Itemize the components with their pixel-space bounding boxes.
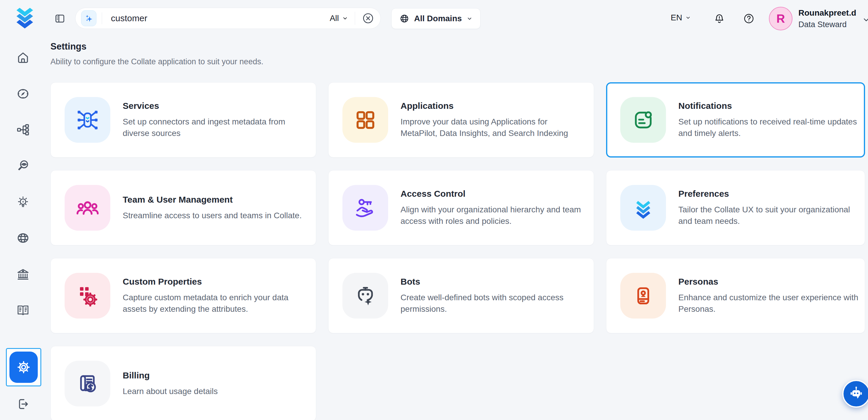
card-title: Bots bbox=[401, 277, 588, 287]
card-notifications[interactable]: Notifications Set up notifications to re… bbox=[606, 82, 865, 157]
card-access-control[interactable]: Access Control Align with your organizat… bbox=[328, 170, 594, 245]
domains-dropdown[interactable]: All Domains bbox=[392, 8, 480, 29]
card-applications[interactable]: Applications Improve your data using App… bbox=[328, 82, 594, 157]
sidebar-item-lineage[interactable] bbox=[16, 123, 30, 137]
close-circle-icon bbox=[362, 12, 374, 24]
chevron-down-icon bbox=[685, 15, 691, 21]
card-title: Preferences bbox=[678, 189, 860, 199]
sidebar-item-observability[interactable] bbox=[16, 159, 30, 173]
sidebar-item-explore[interactable] bbox=[16, 87, 30, 101]
sidebar-item-glossary[interactable] bbox=[16, 303, 30, 318]
globe-icon bbox=[16, 231, 30, 245]
card-description: Set up notifications to received real-ti… bbox=[678, 116, 860, 139]
card-title: Services bbox=[123, 101, 311, 111]
grid-gear-icon bbox=[65, 273, 110, 319]
language-selector[interactable]: EN bbox=[671, 13, 691, 22]
search-input[interactable] bbox=[102, 13, 330, 23]
lightbulb-icon bbox=[16, 195, 30, 209]
globe-icon bbox=[399, 13, 409, 24]
ai-sparkle-icon[interactable] bbox=[81, 10, 96, 26]
sidebar-item-settings[interactable] bbox=[6, 348, 41, 386]
search-clear-button[interactable] bbox=[362, 12, 374, 24]
id-card-icon bbox=[620, 273, 666, 319]
user-avatar[interactable]: R bbox=[769, 7, 793, 30]
user-menu[interactable]: Rounakpreet.d Data Steward bbox=[798, 7, 856, 30]
left-sidebar bbox=[0, 0, 46, 420]
bell-icon bbox=[714, 13, 725, 24]
language-label: EN bbox=[671, 13, 682, 22]
card-custom-properties[interactable]: Custom Properties Capture custom metadat… bbox=[51, 258, 316, 333]
sidebar-item-logout[interactable] bbox=[16, 397, 30, 411]
card-title: Applications bbox=[401, 101, 588, 111]
user-role: Data Steward bbox=[798, 19, 856, 30]
card-title: Custom Properties bbox=[123, 277, 311, 287]
sidebar-toggle-button[interactable] bbox=[54, 13, 65, 24]
settings-page: Settings Ability to configure the Collat… bbox=[51, 41, 866, 420]
card-description: Create well-defined bots with scoped acc… bbox=[401, 292, 586, 315]
home-icon bbox=[16, 51, 30, 65]
chevron-down-icon bbox=[342, 15, 348, 22]
card-personas[interactable]: Personas Enhance and customize the user … bbox=[606, 258, 865, 333]
card-description: Align with your organizational hierarchy… bbox=[401, 204, 586, 227]
card-title: Access Control bbox=[401, 189, 588, 199]
card-description: Streamline access to users and teams in … bbox=[123, 210, 309, 221]
question-circle-icon bbox=[743, 13, 754, 24]
notifications-icon bbox=[620, 97, 666, 143]
chatbot-button[interactable] bbox=[842, 380, 868, 408]
applications-icon bbox=[342, 97, 388, 143]
card-team-user-management[interactable]: Team & User Management Streamline access… bbox=[51, 170, 316, 245]
card-services[interactable]: Services Set up connectors and ingest me… bbox=[51, 82, 316, 157]
help-button[interactable] bbox=[743, 13, 754, 24]
gear-icon bbox=[15, 359, 32, 376]
global-search-bar[interactable]: All bbox=[75, 8, 381, 29]
chevron-down-icon bbox=[467, 16, 472, 22]
compass-icon bbox=[16, 87, 30, 101]
card-preferences[interactable]: Preferences Tailor the Collate UX to sui… bbox=[606, 170, 865, 245]
magnifier-eye-icon bbox=[16, 159, 30, 173]
card-title: Billing bbox=[123, 370, 311, 381]
card-billing[interactable]: Billing Learn about usage details bbox=[51, 346, 316, 420]
card-title: Team & User Management bbox=[123, 195, 311, 205]
settings-cards-grid: Services Set up connectors and ingest me… bbox=[51, 82, 866, 420]
card-description: Set up connectors and ingest metadata fr… bbox=[123, 116, 309, 139]
sidebar-item-govern[interactable] bbox=[16, 267, 30, 281]
sidebar-item-insights[interactable] bbox=[16, 195, 30, 209]
card-description: Tailor the Collate UX to suit your organ… bbox=[678, 204, 860, 227]
sidebar-item-home[interactable] bbox=[16, 51, 30, 65]
sidebar-item-domains[interactable] bbox=[16, 231, 30, 245]
team-icon bbox=[65, 185, 110, 231]
user-menu-chevron-icon[interactable] bbox=[862, 16, 868, 24]
receipt-dollar-icon bbox=[65, 361, 110, 407]
flow-icon bbox=[16, 123, 30, 137]
card-bots[interactable]: Bots Create well-defined bots with scope… bbox=[328, 258, 594, 333]
search-divider bbox=[355, 12, 355, 25]
key-hand-icon bbox=[342, 185, 388, 231]
card-description: Learn about usage details bbox=[123, 386, 309, 397]
avatar-initial: R bbox=[777, 12, 785, 25]
settings-active-highlight bbox=[9, 352, 38, 383]
card-title: Personas bbox=[678, 277, 860, 287]
collate-layers-icon bbox=[620, 185, 666, 231]
logout-icon bbox=[16, 397, 30, 411]
top-bar: All All Domains EN R Rounakpreet.d Data … bbox=[0, 0, 868, 38]
search-scope-dropdown[interactable]: All bbox=[330, 13, 355, 23]
services-icon bbox=[65, 97, 110, 143]
robot-icon bbox=[847, 385, 865, 403]
bot-icon bbox=[342, 273, 388, 319]
notifications-bell-button[interactable] bbox=[714, 13, 725, 24]
user-name: Rounakpreet.d bbox=[798, 7, 856, 19]
page-title: Settings bbox=[51, 41, 866, 52]
page-subtitle: Ability to configure the Collate applica… bbox=[51, 57, 866, 66]
search-scope-label: All bbox=[330, 13, 339, 23]
card-description: Enhance and customize the user experienc… bbox=[678, 292, 860, 315]
domains-label: All Domains bbox=[414, 14, 462, 23]
card-description: Capture custom metadata to enrich your d… bbox=[123, 292, 309, 315]
card-title: Notifications bbox=[678, 101, 860, 111]
book-icon bbox=[16, 303, 30, 318]
card-description: Improve your data using Applications for… bbox=[401, 116, 586, 139]
bank-icon bbox=[16, 267, 30, 281]
panel-toggle-icon bbox=[54, 13, 65, 24]
